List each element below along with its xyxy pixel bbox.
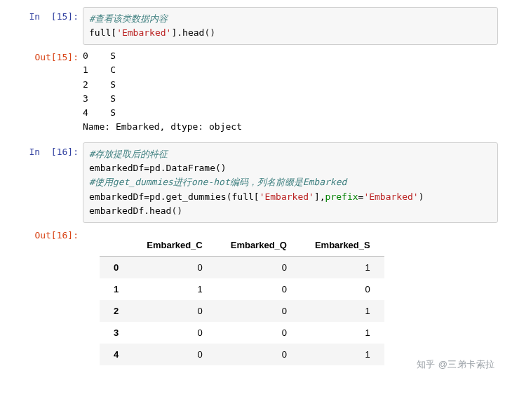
table-row: 4 0 0 1 <box>100 344 384 365</box>
table-row: 2 0 0 1 <box>100 300 384 322</box>
table-row: 1 1 0 0 <box>100 278 384 300</box>
code-text: full[ <box>89 27 116 38</box>
text-output-15: 0 S 1 C 2 S 3 S 4 S Name: Embarked, dtyp… <box>83 48 498 140</box>
table-cell: 0 <box>133 322 216 344</box>
table-cell: 1 <box>301 300 384 322</box>
dataframe-table: Embarked_C Embarked_Q Embarked_S 0 0 0 1… <box>100 234 384 365</box>
code-text: ].head <box>171 27 204 38</box>
table-cell: 1 <box>301 344 384 365</box>
code-text: ], <box>314 191 325 202</box>
code-string: 'Embarked' <box>116 27 171 38</box>
code-input-15[interactable]: #查看该类数据内容 full['Embarked'].head() <box>83 7 498 45</box>
in-prompt-15: In [15]: <box>7 7 83 22</box>
table-cell: 0 <box>217 256 301 278</box>
table-cell: 1 <box>301 256 384 278</box>
table-row: 0 0 0 1 <box>100 256 384 278</box>
code-string: 'Embarked' <box>260 191 314 202</box>
code-text: ) <box>419 191 424 202</box>
table-cell: 0 <box>217 300 301 322</box>
code-kwarg: prefix <box>325 191 358 202</box>
table-row-index: 4 <box>100 344 133 365</box>
table-row-index: 2 <box>100 300 133 322</box>
table-cell: 0 <box>133 256 216 278</box>
cell-in-16: In [16]: #存放提取后的特征 embarkedDf=pd.DataFra… <box>7 142 498 223</box>
table-row-index: 1 <box>100 278 133 300</box>
table-row-index: 3 <box>100 322 133 344</box>
code-paren: () <box>171 205 182 216</box>
table-cell: 1 <box>133 278 216 300</box>
in-prompt-16: In [16]: <box>7 142 83 157</box>
table-header-row: Embarked_C Embarked_Q Embarked_S <box>100 234 384 257</box>
jupyter-notebook: In [15]: #查看该类数据内容 full['Embarked'].head… <box>0 0 505 381</box>
code-comment: #使用get_dummies进行one-hot编码，列名前缀是Embarked <box>89 177 346 187</box>
code-comment: #查看该类数据内容 <box>89 13 168 24</box>
code-text: embarkedDf=pd.DataFrame() <box>89 163 227 173</box>
dataframe-output-16: Embarked_C Embarked_Q Embarked_S 0 0 0 1… <box>83 226 498 365</box>
table-cell: 0 <box>217 322 301 344</box>
cell-in-15: In [15]: #查看该类数据内容 full['Embarked'].head… <box>7 7 498 45</box>
table-cell: 0 <box>133 344 216 365</box>
code-text: embarkedDf=pd.get_dummies(full[ <box>89 191 260 202</box>
out-prompt-15: Out[15]: <box>7 48 83 62</box>
table-cell: 0 <box>133 300 216 322</box>
table-cell: 0 <box>217 278 301 300</box>
table-cell: 0 <box>217 344 301 365</box>
table-row-index: 0 <box>100 256 133 278</box>
table-cell: 1 <box>301 322 384 344</box>
cell-out-16: Out[16]: Embarked_C Embarked_Q Embarked_… <box>7 226 498 365</box>
table-col-header: Embarked_Q <box>217 234 301 257</box>
code-input-16[interactable]: #存放提取后的特征 embarkedDf=pd.DataFrame() #使用g… <box>83 142 498 223</box>
code-text: embarkedDf.head <box>89 205 171 216</box>
table-col-header: Embarked_C <box>133 234 216 257</box>
code-paren: () <box>204 27 215 38</box>
table-corner <box>100 234 133 257</box>
cell-out-15: Out[15]: 0 S 1 C 2 S 3 S 4 S Name: Embar… <box>7 48 498 140</box>
table-col-header: Embarked_S <box>301 234 384 257</box>
code-string: 'Embarked' <box>363 191 418 202</box>
out-prompt-16: Out[16]: <box>7 226 83 241</box>
table-cell: 0 <box>301 278 384 300</box>
code-comment: #存放提取后的特征 <box>89 149 168 159</box>
table-row: 3 0 0 1 <box>100 322 384 344</box>
